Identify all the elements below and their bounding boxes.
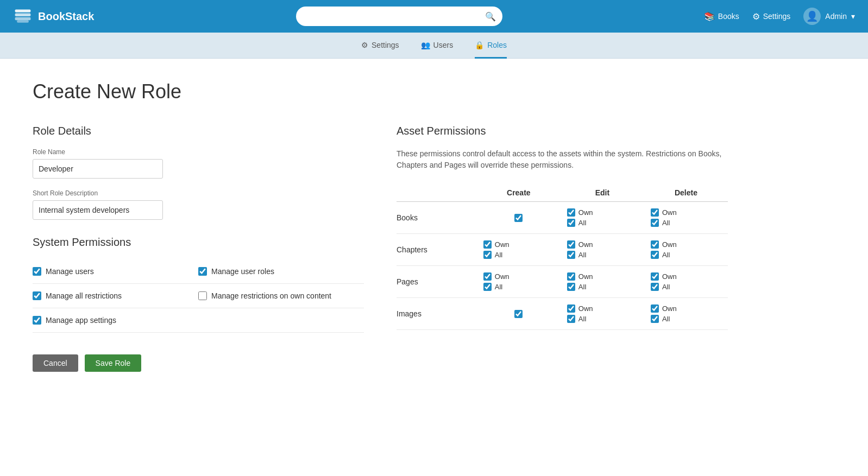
user-menu[interactable]: 👤 Admin ▾ [803,8,855,25]
books-edit-own: Own [567,208,593,217]
chapters-delete-own: Own [651,240,677,249]
right-column: Asset Permissions These permissions cont… [397,125,728,372]
images-edit-all: All [567,315,586,323]
role-desc-label: Short Role Description [33,189,364,197]
images-delete-all-checkbox[interactable] [651,315,659,323]
perm-manage-app-settings-checkbox[interactable] [33,316,41,325]
pages-create: Own All [477,266,561,298]
chapters-delete-group: Own All [651,240,721,259]
perm-manage-users-checkbox[interactable] [33,267,41,276]
chapters-edit-all-checkbox[interactable] [567,251,575,259]
logo[interactable]: BookStack [13,7,94,26]
pages-delete-all: All [651,283,670,291]
books-edit-group: Own All [567,208,638,227]
th-asset [397,184,477,202]
chapters-create-own: Own [483,240,510,249]
perm-manage-all-restrictions-label: Manage all restrictions [46,291,122,300]
books-create-checkbox[interactable] [514,214,523,222]
pages-create-all-checkbox[interactable] [483,283,492,291]
chapters-delete-all: All [651,251,670,259]
svg-rect-0 [15,9,31,12]
perm-row-0: Manage users Manage user roles [33,259,364,284]
svg-rect-3 [17,20,29,23]
books-delete-group: Own All [651,208,721,227]
chapters-delete-own-checkbox[interactable] [651,240,659,249]
role-name-input[interactable] [33,159,163,179]
table-row-images: Images Own [397,298,728,330]
pages-delete-all-checkbox[interactable] [651,283,659,291]
images-edit-all-checkbox[interactable] [567,315,575,323]
images-delete-all: All [651,315,670,323]
sub-nav-users-icon: 👥 [421,41,430,49]
pages-create-own-checkbox[interactable] [483,272,492,281]
logo-text: BookStack [38,10,94,23]
search-button[interactable]: 🔍 [485,11,496,22]
sub-nav-settings[interactable]: ⚙ Settings [361,33,399,59]
sub-nav-users-label: Users [433,41,454,49]
chapters-create-all-checkbox[interactable] [483,251,492,259]
perm-manage-all-restrictions: Manage all restrictions [33,291,198,300]
header-nav: 📚 Books ⚙ Settings 👤 Admin ▾ [704,8,855,25]
perm-manage-restrictions-own-checkbox[interactable] [198,291,207,300]
images-delete-own-checkbox[interactable] [651,304,659,313]
form-layout: Role Details Role Name Short Role Descri… [33,125,728,372]
perm-empty [198,316,364,325]
pages-edit-own-checkbox[interactable] [567,272,575,281]
role-desc-input[interactable] [33,200,163,220]
chapters-edit-all: All [567,251,586,259]
th-edit: Edit [561,184,644,202]
pages-edit-group: Own All [567,272,638,291]
chapters-create-own-checkbox[interactable] [483,240,492,249]
user-avatar: 👤 [803,8,821,25]
perm-manage-user-roles-checkbox[interactable] [198,267,207,276]
left-column: Role Details Role Name Short Role Descri… [33,125,364,372]
pages-edit-all: All [567,283,586,291]
chapters-create: Own All [477,234,561,266]
books-delete-own-checkbox[interactable] [651,208,659,217]
asset-name-chapters: Chapters [397,234,477,266]
sub-nav-users[interactable]: 👥 Users [421,33,454,59]
images-create-checkbox[interactable] [514,310,523,318]
role-name-group: Role Name [33,148,364,179]
system-permissions-title: System Permissions [33,236,364,249]
perm-manage-users-label: Manage users [46,267,94,276]
images-edit-own-checkbox[interactable] [567,304,575,313]
chapters-edit-own-checkbox[interactable] [567,240,575,249]
books-edit-all-checkbox[interactable] [567,219,575,227]
asset-permissions-desc: These permissions control default access… [397,148,728,171]
perm-manage-user-roles-label: Manage user roles [211,267,274,276]
asset-name-books: Books [397,202,477,234]
sub-nav-roles-icon: 🔒 [475,41,484,49]
user-name: Admin [825,12,847,21]
perm-manage-all-restrictions-checkbox[interactable] [33,291,41,300]
pages-edit-all-checkbox[interactable] [567,283,575,291]
images-delete-group: Own All [651,304,721,323]
books-delete-all: All [651,219,670,227]
table-header-row: Create Edit Delete [397,184,728,202]
books-edit-own-checkbox[interactable] [567,208,575,217]
pages-edit: Own All [561,266,644,298]
books-edit-all: All [567,219,586,227]
save-button[interactable]: Save Role [85,354,142,372]
sub-nav-roles-label: Roles [487,41,507,49]
sub-nav: ⚙ Settings 👥 Users 🔒 Roles [0,33,868,59]
pages-create-all: All [483,283,502,291]
sub-nav-settings-label: Settings [372,41,399,49]
pages-delete-own-checkbox[interactable] [651,272,659,281]
chapters-delete-all-checkbox[interactable] [651,251,659,259]
asset-name-images: Images [397,298,477,330]
pages-edit-own: Own [567,272,593,281]
perm-manage-app-settings: Manage app settings [33,316,198,325]
settings-nav-item[interactable]: ⚙ Settings [752,11,791,22]
cancel-button[interactable]: Cancel [33,354,78,372]
books-delete-all-checkbox[interactable] [651,219,659,227]
svg-rect-2 [15,17,31,20]
chapters-create-group: Own All [483,240,554,259]
settings-nav-label: Settings [763,12,791,21]
sub-nav-roles[interactable]: 🔒 Roles [475,33,507,59]
role-details-title: Role Details [33,125,364,137]
search-input[interactable] [296,7,502,26]
books-nav-item[interactable]: 📚 Books [704,11,739,22]
books-create-check [483,214,554,222]
user-dropdown-icon: ▾ [851,12,855,21]
